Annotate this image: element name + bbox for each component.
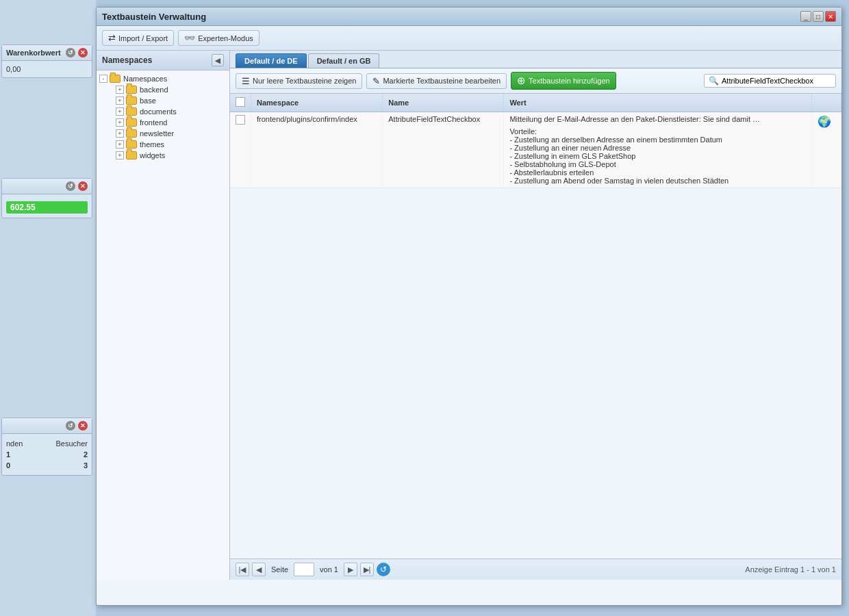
- tree-expand-newsletter[interactable]: +: [116, 129, 124, 138]
- row-value-short: Mitteilung der E-Mail-Adresse an den Pak…: [509, 115, 805, 123]
- value-detail-3: - Zustellung in einem GLS PaketShop: [509, 152, 805, 160]
- stat-val-1: 1: [6, 450, 10, 459]
- row-checkbox-cell: [230, 112, 251, 188]
- tree-expand-backend[interactable]: +: [116, 86, 124, 94]
- page-first-btn[interactable]: |◀: [236, 563, 249, 576]
- tree-expand-base[interactable]: +: [116, 97, 124, 105]
- page-last-btn[interactable]: ▶|: [360, 563, 374, 576]
- show-empty-label: Nur leere Textbausteine zeigen: [253, 77, 356, 85]
- main-panel: Default / de DE Default / en GB ☰ Nur le…: [230, 51, 841, 580]
- refresh-icon: ↺: [380, 565, 387, 574]
- tab-de-label: Default / de DE: [244, 57, 298, 65]
- stats-row-2: 1 2: [6, 449, 88, 460]
- edit-marked-icon: ✎: [372, 76, 380, 86]
- ns-title: Namespaces: [102, 55, 152, 65]
- col-namespace: Namespace: [251, 94, 383, 112]
- widget1-title: Warenkorbwert: [6, 49, 61, 57]
- widget2-refresh-btn[interactable]: ↺: [66, 181, 75, 191]
- col-wert: Wert: [504, 94, 811, 112]
- edit-marked-btn[interactable]: ✎ Markierte Textbausteine bearbeiten: [366, 73, 507, 89]
- show-empty-icon: ☰: [242, 76, 250, 86]
- add-icon: ⊕: [517, 75, 526, 87]
- stat-label-nden: nden: [6, 439, 23, 448]
- page-refresh-btn[interactable]: ↺: [377, 563, 390, 576]
- data-table: Namespace Name Wert frontend/plugins/con…: [230, 94, 841, 559]
- widget-value2: ↺ ✕ 602.55: [1, 178, 92, 218]
- widget-stats: ↺ ✕ nden Besucher 1 2 0 3: [1, 418, 92, 476]
- edit-marked-label: Markierte Textbausteine bearbeiten: [383, 77, 500, 85]
- search-icon: 🔍: [709, 76, 719, 86]
- globe-icon[interactable]: 🌍: [818, 116, 831, 127]
- dialog-content: Namespaces ◀ - Namespaces + backend +: [97, 51, 841, 580]
- import-export-icon: ⇄: [108, 33, 116, 43]
- dialog-maximize-btn[interactable]: □: [813, 11, 824, 22]
- tree-item-themes[interactable]: + themes: [97, 139, 229, 150]
- pagination-bar: |◀ ◀ Seite 1 von 1 ▶ ▶| ↺ Anzeige Eintra…: [230, 559, 841, 580]
- tree-folder-base: [126, 97, 137, 105]
- tree-item-frontend[interactable]: + frontend: [97, 117, 229, 128]
- page-next-btn[interactable]: ▶: [344, 563, 357, 576]
- tree-label-base: base: [140, 97, 156, 105]
- value-detail-0: Vorteile:: [509, 127, 805, 136]
- widget2-close-btn[interactable]: ✕: [78, 181, 88, 191]
- tab-en[interactable]: Default / en GB: [308, 53, 380, 68]
- widget3-refresh-btn[interactable]: ↺: [66, 421, 75, 431]
- tree-item-widgets[interactable]: + widgets: [97, 150, 229, 161]
- pagination-info: Anzeige Eintrag 1 - 1 von 1: [745, 565, 836, 574]
- widget1-close-btn[interactable]: ✕: [78, 48, 88, 57]
- page-number-input[interactable]: 1: [294, 563, 314, 576]
- import-export-btn[interactable]: ⇄ Import / Export: [102, 30, 174, 46]
- stats-row-1: nden Besucher: [6, 438, 88, 449]
- experten-icon: 👓: [184, 33, 195, 43]
- tree-folder-widgets: [126, 151, 137, 159]
- row-value: Mitteilung der E-Mail-Adresse an den Pak…: [504, 112, 811, 188]
- widget1-value: 0,00: [6, 65, 21, 73]
- tree-root-label: Namespaces: [123, 75, 167, 83]
- dialog-title: Textbaustein Verwaltung: [102, 12, 206, 22]
- experten-modus-btn[interactable]: 👓 Experten-Modus: [178, 30, 259, 46]
- namespace-sidebar: Namespaces ◀ - Namespaces + backend +: [97, 51, 230, 580]
- widget3-close-btn[interactable]: ✕: [78, 421, 88, 431]
- page-label: Seite: [271, 565, 288, 574]
- table-row[interactable]: frontend/plugins/confirm/index Attribute…: [230, 112, 841, 188]
- tree-item-base[interactable]: + base: [97, 95, 229, 106]
- tree-item-documents[interactable]: + documents: [97, 106, 229, 117]
- tab-de[interactable]: Default / de DE: [236, 53, 307, 68]
- main-dialog: Textbaustein Verwaltung _ □ ✕ ⇄ Import /…: [96, 7, 842, 606]
- dialog-close-btn[interactable]: ✕: [825, 11, 836, 22]
- dialog-minimize-btn[interactable]: _: [800, 11, 811, 22]
- show-empty-btn[interactable]: ☰ Nur leere Textbausteine zeigen: [236, 73, 362, 89]
- widget1-refresh-btn[interactable]: ↺: [66, 48, 75, 57]
- value-detail-2: - Zustellung an einer neuen Adresse: [509, 144, 805, 152]
- ns-collapse-btn[interactable]: ◀: [212, 54, 224, 66]
- row-checkbox[interactable]: [236, 115, 245, 125]
- tree-expand-documents[interactable]: +: [116, 107, 124, 116]
- ns-header: Namespaces ◀: [97, 51, 229, 70]
- tree-expand-frontend[interactable]: +: [116, 118, 124, 127]
- page-prev-btn[interactable]: ◀: [252, 563, 266, 576]
- stat-label-besucher: Besucher: [56, 439, 88, 448]
- tree-expand-themes[interactable]: +: [116, 140, 124, 149]
- search-input[interactable]: [722, 77, 831, 85]
- row-namespace: frontend/plugins/confirm/index: [251, 112, 383, 188]
- tree-root-expand[interactable]: -: [99, 75, 107, 83]
- widget3-body: nden Besucher 1 2 0 3: [2, 434, 92, 475]
- results-table: Namespace Name Wert frontend/plugins/con…: [230, 94, 841, 188]
- value-detail-1: - Zustellung an derselben Adresse an ein…: [509, 136, 805, 144]
- table-header-row: Namespace Name Wert: [230, 94, 841, 112]
- tree-label-backend: backend: [140, 86, 168, 94]
- ns-tree: - Namespaces + backend + base +: [97, 70, 229, 580]
- tree-label-themes: themes: [140, 140, 164, 149]
- tree-expand-widgets[interactable]: +: [116, 151, 124, 159]
- tree-folder-backend: [126, 86, 137, 94]
- stat-val-4: 3: [84, 461, 88, 470]
- tree-item-newsletter[interactable]: + newsletter: [97, 128, 229, 139]
- tree-item-backend[interactable]: + backend: [97, 84, 229, 95]
- dialog-controls: _ □ ✕: [800, 11, 836, 22]
- row-value-details: Vorteile: - Zustellung an derselben Adre…: [509, 127, 805, 185]
- tree-root-item[interactable]: - Namespaces: [97, 73, 229, 84]
- add-textbaustein-btn[interactable]: ⊕ Textbaustein hinzufügen: [511, 72, 616, 90]
- tree-root-folder-icon: [110, 75, 121, 83]
- tree-label-newsletter: newsletter: [140, 129, 174, 138]
- tree-label-frontend: frontend: [140, 118, 167, 127]
